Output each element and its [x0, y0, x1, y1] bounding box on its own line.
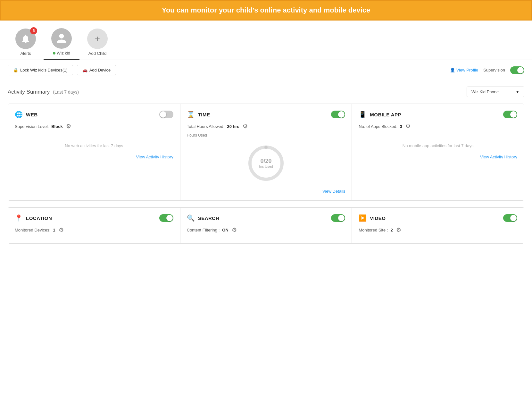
location-devices-info: Monitored Devices: 1 ⚙ [15, 226, 173, 234]
add-device-label: Add Device [89, 68, 111, 72]
web-toggle[interactable] [159, 111, 173, 118]
location-toggle-knob [166, 215, 173, 221]
supervision-label: Supervision [483, 68, 505, 72]
mobile-toggle[interactable] [503, 111, 517, 118]
video-settings-button[interactable]: ⚙ [395, 226, 402, 234]
hours-used-label: Hours Used [187, 133, 345, 138]
banner-text: You can monitor your child's online acti… [162, 6, 370, 14]
supervision-toggle[interactable] [510, 66, 524, 74]
nav-item-alerts[interactable]: 6 Alerts [8, 26, 44, 60]
section-title: Activity Summary [8, 89, 50, 95]
search-card-header: 🔍 SEARCH [187, 214, 345, 222]
lock-button-label: Lock Wiz kid's Devices(1) [20, 68, 68, 72]
lock-devices-button[interactable]: 🔒 Lock Wiz kid's Devices(1) [8, 65, 73, 75]
video-title: VIDEO [370, 215, 386, 221]
action-bar-right: 👤 View Profile Supervision [450, 66, 524, 74]
video-toggle-knob [510, 215, 517, 221]
web-card-title-row: 🌐 WEB [15, 111, 38, 118]
time-hours-value: 20 hrs [227, 124, 239, 129]
nav-item-child[interactable]: Wiz kid [44, 26, 79, 60]
video-monitored-value: 2 [390, 228, 393, 232]
time-toggle[interactable] [331, 111, 345, 118]
mobile-settings-button[interactable]: ⚙ [405, 122, 411, 130]
web-supervision-info: Supervision Level: Block ⚙ [15, 122, 173, 130]
add-child-label: Add Child [88, 51, 106, 56]
top-nav: 6 Alerts Wiz kid + Add Child [0, 21, 532, 60]
search-title-row: 🔍 SEARCH [187, 214, 219, 222]
time-hours-info: Total Hours Allowed: 20 hrs ⚙ [187, 122, 345, 130]
location-monitored-label: Monitored Devices: [15, 228, 50, 232]
profile-icon: 👤 [450, 68, 455, 72]
mobile-app-card: 📱 MOBILE APP No. of Apps Blocked: 3 ⚙ No… [352, 104, 524, 200]
mobile-icon: 📱 [359, 111, 367, 118]
video-icon: ▶️ [359, 214, 367, 222]
online-indicator [53, 52, 55, 55]
device-dropdown-label: Wiz Kid Phone [471, 89, 499, 94]
video-monitored-info: Monitored Site : 2 ⚙ [359, 226, 517, 234]
mobile-empty-text: No mobile app activities for last 7 days [359, 143, 517, 148]
search-content-value: ON [222, 228, 229, 232]
mobile-card-title-row: 📱 MOBILE APP [359, 111, 401, 118]
nav-item-add-child[interactable]: + Add Child [79, 26, 115, 60]
search-card: 🔍 SEARCH Content Filtering : ON ⚙ [180, 207, 352, 243]
alerts-label: Alerts [20, 51, 31, 56]
location-title: LOCATION [26, 215, 52, 221]
section-period: (Last 7 days) [53, 89, 79, 95]
time-settings-button[interactable]: ⚙ [242, 122, 248, 130]
activity-summary-title: Activity Summary (Last 7 days) [8, 89, 79, 95]
main-content: Activity Summary (Last 7 days) Wiz Kid P… [0, 80, 532, 250]
mobile-card-header: 📱 MOBILE APP [359, 111, 517, 118]
video-card: ▶️ VIDEO Monitored Site : 2 ⚙ [352, 207, 524, 243]
location-title-row: 📍 LOCATION [15, 214, 52, 222]
mobile-toggle-knob [510, 111, 517, 118]
apps-blocked-value: 3 [400, 124, 402, 129]
web-toggle-knob [160, 111, 166, 118]
alerts-avatar: 6 [15, 29, 36, 49]
search-toggle[interactable] [331, 214, 345, 222]
web-card-header: 🌐 WEB [15, 111, 173, 118]
device-icon: 🚗 [82, 68, 87, 72]
top-cards-grid: 🌐 WEB Supervision Level: Block ⚙ No web … [8, 104, 524, 201]
web-icon: 🌐 [15, 111, 23, 118]
search-settings-button[interactable]: ⚙ [231, 226, 237, 234]
view-profile-link[interactable]: 👤 View Profile [450, 68, 478, 72]
time-card-title-row: ⌛ TIME [187, 111, 210, 118]
time-toggle-knob [338, 111, 345, 118]
child-avatar [51, 28, 72, 49]
time-hours-label: Total Hours Allowed: [187, 124, 225, 129]
mobile-card-title: MOBILE APP [370, 112, 401, 117]
action-bar: 🔒 Lock Wiz kid's Devices(1) 🚗 Add Device… [0, 60, 532, 80]
search-toggle-knob [338, 215, 345, 221]
mobile-apps-info: No. of Apps Blocked: 3 ⚙ [359, 122, 517, 130]
chevron-down-icon: ▼ [515, 89, 520, 94]
location-card-header: 📍 LOCATION [15, 214, 173, 222]
video-monitored-label: Monitored Site : [359, 228, 388, 232]
web-settings-button[interactable]: ⚙ [65, 122, 72, 130]
time-details-link[interactable]: View Details [187, 189, 345, 194]
video-toggle[interactable] [503, 214, 517, 222]
web-supervision-value: Block [51, 124, 62, 129]
location-card: 📍 LOCATION Monitored Devices: 1 ⚙ [8, 207, 180, 243]
web-card-title: WEB [26, 112, 38, 117]
time-icon: ⌛ [187, 111, 195, 118]
device-dropdown[interactable]: Wiz Kid Phone ▼ [467, 87, 524, 97]
search-content-info: Content Filtering : ON ⚙ [187, 226, 345, 234]
mobile-activity-history-link[interactable]: View Activity History [359, 155, 517, 159]
video-card-header: ▶️ VIDEO [359, 214, 517, 222]
location-settings-button[interactable]: ⚙ [58, 226, 64, 234]
search-icon: 🔍 [187, 214, 195, 222]
bottom-cards-grid: 📍 LOCATION Monitored Devices: 1 ⚙ 🔍 SEAR… [8, 207, 524, 244]
location-toggle[interactable] [159, 214, 173, 222]
search-content-label: Content Filtering : [187, 228, 220, 232]
banner: You can monitor your child's online acti… [0, 0, 532, 21]
lock-icon: 🔒 [13, 68, 18, 72]
child-label: Wiz kid [53, 51, 70, 55]
add-device-button[interactable]: 🚗 Add Device [77, 65, 116, 75]
web-activity-history-link[interactable]: View Activity History [15, 155, 173, 159]
view-profile-label: View Profile [456, 68, 478, 72]
web-card: 🌐 WEB Supervision Level: Block ⚙ No web … [8, 104, 180, 200]
donut-sub: hrs Used [259, 164, 273, 169]
add-child-circle: + [87, 29, 108, 49]
web-supervision-label: Supervision Level: [15, 124, 49, 129]
video-title-row: ▶️ VIDEO [359, 214, 386, 222]
